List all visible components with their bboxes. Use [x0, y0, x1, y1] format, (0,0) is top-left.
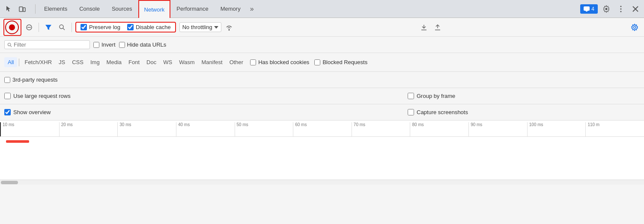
tick-5: 60 ms [293, 122, 352, 136]
tick-9: 100 ms [527, 122, 586, 136]
import-har-btn[interactable] [418, 21, 430, 33]
type-divider [19, 59, 19, 66]
tab-sources[interactable]: Sources [106, 0, 138, 18]
svg-point-16 [228, 29, 230, 30]
large-rows-checkbox[interactable] [4, 93, 11, 99]
tick-label-4: 50 ms [237, 122, 248, 127]
search-icon [7, 42, 12, 47]
svg-point-13 [60, 25, 63, 29]
third-party-row: 3rd-party requests [0, 72, 644, 88]
tick-0: 10 ms [0, 122, 59, 136]
tick-label-3: 40 ms [178, 122, 190, 127]
svg-point-7 [620, 11, 622, 12]
blocked-requests-checkbox[interactable] [314, 59, 320, 65]
disable-cache-checkbox[interactable] [127, 24, 134, 30]
network-conditions-btn[interactable] [223, 21, 235, 33]
type-btn-img[interactable]: Img [87, 57, 103, 67]
settings-right-2: Capture screenshots [408, 109, 640, 115]
tab-divider-1 [35, 4, 36, 14]
group-by-frame-checkbox[interactable] [408, 93, 414, 99]
settings-icon-btn[interactable] [600, 3, 612, 15]
toolbar-divider-1 [39, 23, 39, 32]
settings-row-1: Use large request rows Group by frame [0, 88, 644, 104]
more-options-btn[interactable] [615, 3, 627, 15]
type-btn-js[interactable]: JS [55, 57, 69, 67]
type-filter-row: All Fetch/XHR JS CSS Img Media Font Doc … [0, 53, 644, 72]
toolbar-right [418, 21, 444, 33]
close-devtools-btn[interactable] [629, 3, 641, 15]
show-overview-checkbox[interactable] [4, 109, 11, 115]
svg-point-6 [620, 8, 622, 9]
tab-more-btn[interactable]: » [247, 0, 257, 18]
type-btn-other[interactable]: Other [226, 57, 247, 67]
tab-elements[interactable]: Elements [38, 0, 73, 18]
record-dot [9, 24, 15, 30]
clear-button[interactable] [23, 21, 35, 33]
third-party-checkbox[interactable] [4, 77, 10, 83]
throttle-label: No throttling [182, 24, 212, 30]
type-btn-manifest[interactable]: Manifest [198, 57, 226, 67]
show-overview-group: Show overview [4, 109, 51, 115]
hide-data-urls-label[interactable]: Hide data URLs [127, 41, 167, 48]
preserve-log-checkbox[interactable] [80, 24, 87, 30]
disable-cache-group: Disable cache [127, 24, 171, 30]
third-party-label[interactable]: 3rd-party requests [12, 77, 58, 83]
feedback-badge-btn[interactable]: 4 [580, 4, 598, 14]
type-btn-media[interactable]: Media [103, 57, 125, 67]
settings-row-2: Show overview Capture screenshots [0, 104, 644, 121]
type-btn-css[interactable]: CSS [69, 57, 87, 67]
group-by-frame-label[interactable]: Group by frame [417, 93, 455, 99]
show-overview-label[interactable]: Show overview [13, 109, 51, 115]
has-blocked-cookies-label[interactable]: Has blocked cookies [258, 59, 309, 65]
preserve-log-label[interactable]: Preserve log [89, 24, 120, 30]
type-btn-wasm[interactable]: Wasm [176, 57, 198, 67]
timeline-ticks: 10 ms 20 ms 30 ms 40 ms 50 ms 60 ms 70 m… [0, 121, 644, 136]
export-har-btn[interactable] [432, 21, 444, 33]
tick-3: 40 ms [176, 122, 235, 136]
svg-point-4 [605, 8, 608, 10]
svg-marker-15 [214, 26, 218, 29]
toolbar-divider-2 [72, 23, 72, 32]
capture-screenshots-checkbox[interactable] [408, 109, 414, 115]
invert-group: Invert [93, 41, 116, 48]
tab-memory[interactable]: Memory [215, 0, 247, 18]
cursor-icon-btn[interactable] [3, 3, 15, 15]
hide-data-urls-checkbox[interactable] [119, 42, 125, 48]
tab-performance[interactable]: Performance [170, 0, 214, 18]
large-rows-label[interactable]: Use large request rows [13, 93, 71, 99]
svg-marker-3 [585, 11, 588, 12]
tick-1: 20 ms [59, 122, 118, 136]
scroll-thumb[interactable] [1, 181, 18, 184]
throttle-select[interactable]: No throttling [179, 22, 221, 32]
has-blocked-cookies-group: Has blocked cookies [250, 59, 309, 65]
network-settings-btn[interactable] [629, 21, 641, 33]
tick-4: 50 ms [235, 122, 293, 136]
tick-label-9: 100 ms [529, 122, 543, 127]
timeline-body [0, 137, 644, 180]
bottom-scrollbar[interactable] [0, 180, 644, 185]
type-btn-all[interactable]: All [4, 57, 17, 67]
invert-checkbox[interactable] [93, 42, 99, 48]
record-button[interactable] [5, 21, 19, 34]
search-button[interactable] [56, 21, 68, 33]
invert-label[interactable]: Invert [101, 41, 116, 48]
tick-2: 30 ms [117, 122, 176, 136]
type-btn-doc[interactable]: Doc [143, 57, 160, 67]
svg-point-20 [8, 43, 10, 45]
blocked-requests-label[interactable]: Blocked Requests [322, 59, 367, 65]
device-toolbar-btn[interactable] [16, 3, 28, 15]
type-btn-ws[interactable]: WS [160, 57, 176, 67]
type-btn-fetch-xhr[interactable]: Fetch/XHR [21, 57, 55, 67]
tick-7: 80 ms [410, 122, 468, 136]
type-btn-font[interactable]: Font [125, 57, 143, 67]
svg-rect-2 [584, 6, 590, 11]
tick-10: 110 m [585, 122, 644, 136]
tab-network[interactable]: Network [138, 0, 171, 18]
has-blocked-cookies-checkbox[interactable] [250, 59, 256, 65]
disable-cache-label[interactable]: Disable cache [136, 24, 171, 30]
capture-screenshots-label[interactable]: Capture screenshots [417, 109, 468, 115]
toolbar: Preserve log Disable cache No throttling [0, 18, 644, 37]
tab-console[interactable]: Console [73, 0, 106, 18]
filter-button[interactable] [42, 21, 54, 33]
filter-input[interactable] [14, 41, 87, 48]
